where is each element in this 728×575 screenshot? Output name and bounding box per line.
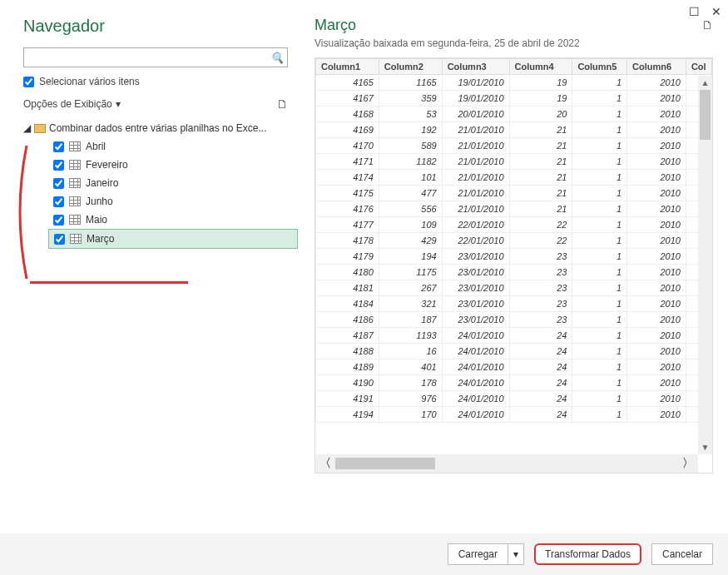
- tree-item-checkbox[interactable]: [54, 234, 65, 245]
- navigator-panel: Navegador 🔍 Selecionar vários itens Opçõ…: [23, 17, 306, 520]
- tree-item-checkbox[interactable]: [53, 141, 64, 152]
- column-header[interactable]: Column3: [442, 59, 509, 75]
- table-cell: 1: [572, 217, 627, 233]
- scroll-up-icon[interactable]: ▲: [698, 76, 712, 90]
- vertical-scroll-thumb[interactable]: [700, 90, 711, 140]
- tree-item-checkbox[interactable]: [53, 215, 64, 226]
- table-row[interactable]: 417058921/01/20102112010: [316, 138, 712, 154]
- load-split-button[interactable]: Carregar ▾: [448, 543, 524, 565]
- table-row[interactable]: 417547721/01/20102112010: [316, 186, 712, 201]
- table-row[interactable]: 416735919/01/20101912010: [316, 91, 712, 107]
- table-cell: 1: [572, 312, 627, 328]
- table-row[interactable]: 4165116519/01/20101912010: [316, 75, 712, 91]
- table-cell: 24: [509, 375, 572, 391]
- table-row[interactable]: 4171118221/01/20102112010: [316, 154, 712, 170]
- table-cell: 4175: [316, 186, 379, 201]
- table-cell: 24/01/2010: [442, 407, 509, 423]
- column-header[interactable]: Column6: [627, 59, 686, 75]
- select-multiple-input[interactable]: [23, 77, 34, 87]
- table-cell: 24/01/2010: [442, 375, 509, 391]
- column-header[interactable]: Column2: [379, 59, 442, 75]
- table-cell: 20/01/2010: [442, 107, 509, 122]
- tree-item[interactable]: Janeiro: [48, 174, 298, 192]
- scroll-right-icon[interactable]: 〉: [678, 456, 698, 471]
- tree-root-item[interactable]: ◢ Combinar dados entre várias planilhas …: [23, 119, 298, 137]
- scroll-left-icon[interactable]: 〈: [315, 456, 335, 471]
- table-row[interactable]: 418126723/01/20102312010: [316, 280, 712, 296]
- tree-item-label: Maio: [86, 214, 107, 226]
- tree-item[interactable]: Março: [48, 229, 298, 249]
- cancel-button[interactable]: Cancelar: [651, 543, 713, 565]
- table-cell: 4168: [316, 107, 379, 122]
- scroll-down-icon[interactable]: ▼: [698, 440, 712, 454]
- table-cell: 109: [379, 217, 442, 233]
- table-row[interactable]: 419197624/01/20102412010: [316, 391, 712, 407]
- table-row[interactable]: 41881624/01/20102412010: [316, 344, 712, 359]
- table-row[interactable]: 418432123/01/20102312010: [316, 296, 712, 312]
- table-cell: 1: [572, 280, 627, 296]
- tree-item[interactable]: Fevereiro: [48, 156, 298, 174]
- tree-item[interactable]: Maio: [48, 211, 298, 229]
- preview-refresh-icon[interactable]: 🗋: [701, 18, 713, 32]
- load-dropdown-button[interactable]: ▾: [508, 543, 524, 565]
- table-row[interactable]: 417410121/01/20102112010: [316, 170, 712, 186]
- table-cell: 1: [572, 391, 627, 407]
- search-input[interactable]: [24, 50, 267, 65]
- refresh-icon[interactable]: 🗋: [276, 97, 288, 111]
- column-header[interactable]: Column4: [509, 59, 572, 75]
- table-cell: 22: [509, 233, 572, 249]
- table-row[interactable]: 417919423/01/20102312010: [316, 249, 712, 265]
- table-cell: 1: [572, 407, 627, 423]
- table-row[interactable]: 419017824/01/20102412010: [316, 375, 712, 391]
- table-row[interactable]: 4180117523/01/20102312010: [316, 265, 712, 280]
- transform-data-button[interactable]: Transformar Dados: [534, 543, 641, 565]
- table-cell: 2010: [627, 217, 686, 233]
- table-cell: 2010: [627, 312, 686, 328]
- table-row[interactable]: 419417024/01/20102412010: [316, 407, 712, 423]
- search-box[interactable]: 🔍: [23, 47, 288, 67]
- table-row[interactable]: 4187119324/01/20102412010: [316, 328, 712, 344]
- table-cell: 2010: [627, 344, 686, 359]
- select-multiple-checkbox[interactable]: Selecionar vários itens: [23, 76, 298, 87]
- table-cell: 23/01/2010: [442, 280, 509, 296]
- horizontal-scroll-thumb[interactable]: [335, 458, 435, 469]
- horizontal-scrollbar[interactable]: 〈 〉: [315, 454, 698, 473]
- table-cell: 1: [572, 138, 627, 154]
- table-cell: 2010: [627, 91, 686, 107]
- table-cell: 4165: [316, 75, 379, 91]
- load-button[interactable]: Carregar: [448, 543, 508, 565]
- table-cell: 21: [509, 186, 572, 201]
- table-row[interactable]: 417710922/01/20102212010: [316, 217, 712, 233]
- display-options-dropdown[interactable]: Opções de Exibição ▾: [23, 98, 121, 110]
- preview-panel: Março Visualização baixada em segunda-fe…: [306, 17, 713, 520]
- table-cell: 4189: [316, 359, 379, 375]
- column-header[interactable]: Column5: [572, 59, 627, 75]
- table-cell: 2010: [627, 407, 686, 423]
- table-row[interactable]: 418940124/01/20102412010: [316, 359, 712, 375]
- table-cell: 19: [509, 75, 572, 91]
- vertical-scrollbar[interactable]: ▲ ▼: [698, 76, 712, 454]
- table-cell: 1: [572, 359, 627, 375]
- tree-item[interactable]: Junho: [48, 192, 298, 211]
- table-cell: 4184: [316, 296, 379, 312]
- table-row[interactable]: 417655621/01/20102112010: [316, 201, 712, 217]
- column-header[interactable]: Col: [686, 59, 711, 75]
- search-icon[interactable]: 🔍: [267, 52, 287, 64]
- tree-item[interactable]: Abril: [48, 137, 298, 156]
- tree-item-checkbox[interactable]: [53, 178, 64, 189]
- table-row[interactable]: 418618723/01/20102312010: [316, 312, 712, 328]
- tree-item-checkbox[interactable]: [53, 160, 64, 171]
- collapse-icon[interactable]: ◢: [23, 122, 31, 134]
- column-header[interactable]: Column1: [316, 59, 379, 75]
- table-row[interactable]: 41685320/01/20102012010: [316, 107, 712, 122]
- table-row[interactable]: 416919221/01/20102112010: [316, 122, 712, 138]
- table-row[interactable]: 417842922/01/20102212010: [316, 233, 712, 249]
- table-cell: 21/01/2010: [442, 201, 509, 217]
- tree-item-label: Janeiro: [86, 177, 118, 189]
- table-cell: 21: [509, 201, 572, 217]
- tree-item-label: Abril: [86, 141, 106, 152]
- tree-item-label: Fevereiro: [86, 159, 128, 171]
- tree-item-checkbox[interactable]: [53, 196, 64, 207]
- table-cell: 267: [379, 280, 442, 296]
- table-cell: 23/01/2010: [442, 312, 509, 328]
